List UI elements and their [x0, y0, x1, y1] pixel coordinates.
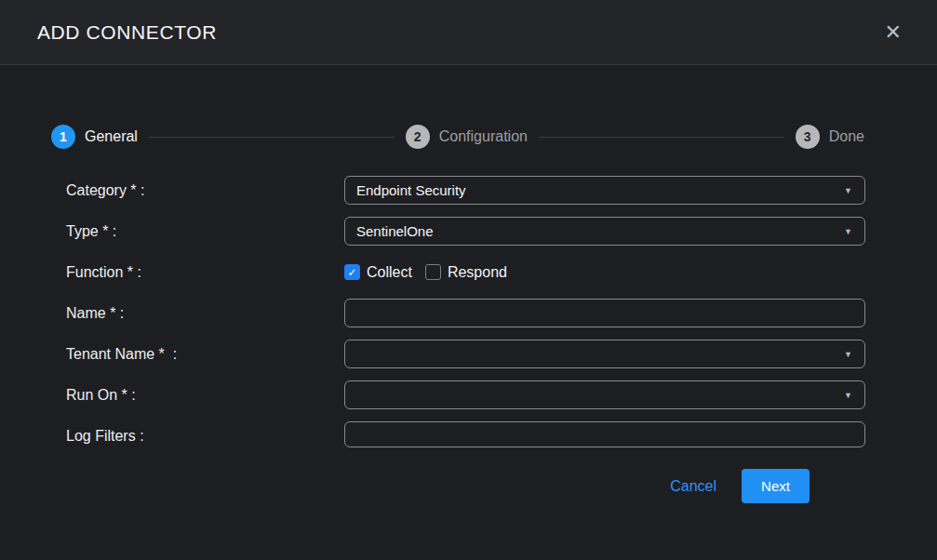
type-label: Type * : — [66, 223, 344, 240]
connector-form: Category * : Endpoint Security ▼ Type * … — [66, 176, 865, 503]
step-number-badge: 2 — [406, 125, 430, 149]
type-select-value: SentinelOne — [356, 223, 434, 239]
name-input[interactable] — [344, 299, 865, 327]
step-label: Done — [829, 128, 864, 145]
collect-checkbox-label: Collect — [367, 264, 412, 281]
next-button[interactable]: Next — [742, 469, 810, 503]
log-filters-label: Log Filters : — [66, 428, 344, 445]
form-row-function: Function * : ✓ Collect ✓ Respond — [66, 258, 865, 287]
checkbox-box: ✓ — [344, 264, 360, 280]
category-select-value: Endpoint Security — [356, 182, 466, 198]
modal-body: 1 General 2 Configuration 3 Done Categor… — [0, 65, 937, 560]
form-row-log-filters: Log Filters : — [66, 421, 865, 450]
checkbox-box: ✓ — [425, 264, 441, 280]
modal-header: ADD CONNECTOR ✕ — [0, 0, 937, 65]
collect-checkbox[interactable]: ✓ Collect — [344, 264, 412, 281]
respond-checkbox-label: Respond — [448, 264, 507, 281]
modal-footer: Cancel Next — [66, 469, 810, 503]
step-configuration[interactable]: 2 Configuration — [406, 125, 528, 149]
tenant-name-select[interactable] — [344, 340, 865, 368]
step-label: General — [85, 128, 138, 145]
form-row-type: Type * : SentinelOne ▼ — [66, 217, 865, 246]
close-icon: ✕ — [885, 20, 902, 44]
step-done[interactable]: 3 Done — [796, 125, 864, 149]
form-row-run-on: Run On * : ▼ — [66, 380, 865, 409]
category-select[interactable]: Endpoint Security — [344, 176, 865, 205]
cancel-button[interactable]: Cancel — [670, 478, 716, 495]
run-on-select[interactable] — [344, 380, 865, 409]
log-filters-input[interactable] — [344, 421, 865, 447]
close-button[interactable]: ✕ — [877, 19, 909, 47]
step-label: Configuration — [439, 128, 528, 145]
category-label: Category * : — [66, 182, 344, 199]
check-icon: ✓ — [347, 267, 356, 278]
step-connector-line — [149, 137, 395, 138]
step-connector-line — [539, 137, 784, 138]
modal-title: ADD CONNECTOR — [37, 21, 877, 44]
form-row-tenant-name: Tenant Name * : ▼ — [66, 340, 865, 368]
wizard-stepper: 1 General 2 Configuration 3 Done — [51, 125, 864, 149]
tenant-name-label: Tenant Name * : — [66, 346, 344, 363]
add-connector-modal: ADD CONNECTOR ✕ 1 General 2 Configuratio… — [0, 0, 937, 560]
step-number-badge: 1 — [51, 125, 75, 149]
type-select[interactable]: SentinelOne — [344, 217, 865, 246]
function-label: Function * : — [66, 264, 344, 281]
respond-checkbox[interactable]: ✓ Respond — [425, 264, 507, 281]
run-on-label: Run On * : — [66, 387, 344, 404]
name-label: Name * : — [66, 305, 344, 322]
step-general[interactable]: 1 General — [51, 125, 138, 149]
form-row-name: Name * : — [66, 299, 865, 327]
step-number-badge: 3 — [796, 125, 820, 149]
form-row-category: Category * : Endpoint Security ▼ — [66, 176, 865, 205]
